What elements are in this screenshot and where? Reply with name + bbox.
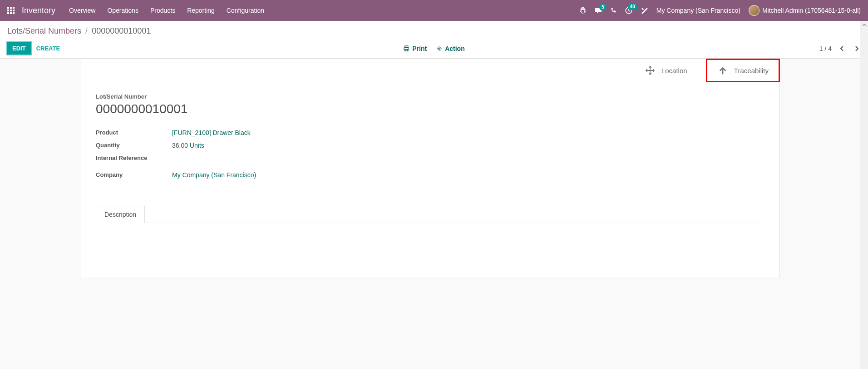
messages-badge: 5 [599,4,607,10]
internal-ref-label: Internal Reference [96,155,172,161]
tools-icon[interactable] [641,7,648,14]
breadcrumb-separator: / [85,26,88,35]
location-label: Location [661,67,687,75]
content-area: Location Traceability Lot/Serial Number … [0,59,868,278]
chevron-left-icon [840,45,844,52]
form-body: Lot/Serial Number 0000000010001 Product … [81,82,779,278]
quantity-label: Quantity [96,142,172,149]
chevron-right-icon [854,45,859,52]
main-menu: Overview Operations Products Reporting C… [69,7,579,14]
top-navbar: Inventory Overview Operations Products R… [0,0,868,21]
scroll-up-icon[interactable] [860,21,868,29]
edit-button[interactable]: EDIT [7,42,31,55]
lot-label: Lot/Serial Number [96,93,765,100]
activities-icon[interactable]: 40 [625,6,633,15]
pager-next[interactable] [853,44,861,54]
topbar-right: 5 40 My Company (San Francisco) Mitchell… [579,5,861,16]
notebook-tabs: Description [96,206,765,223]
product-value[interactable]: [FURN_2100] Drawer Black [172,129,251,136]
field-product: Product [FURN_2100] Drawer Black [96,129,765,136]
menu-configuration[interactable]: Configuration [227,7,264,14]
action-label: Action [445,45,465,52]
breadcrumb-parent[interactable]: Lots/Serial Numbers [7,26,81,35]
control-panel: Lots/Serial Numbers / 0000000010001 EDIT… [0,21,868,59]
menu-reporting[interactable]: Reporting [187,7,215,14]
tab-content [96,223,765,259]
menu-overview[interactable]: Overview [69,7,95,14]
lot-value: 0000000010001 [96,102,765,116]
phone-icon[interactable] [610,7,616,14]
svg-point-1 [438,48,440,50]
create-button[interactable]: CREATE [31,42,65,55]
app-brand[interactable]: Inventory [22,6,55,15]
pager-text[interactable]: 1 / 4 [819,45,832,52]
traceability-label: Traceability [734,67,769,75]
company-label: Company [96,171,172,179]
menu-operations[interactable]: Operations [107,7,138,14]
user-name: Mitchell Admin (17056481-15-0-all) [762,7,861,14]
tab-description[interactable]: Description [96,206,145,223]
company-name: My Company (San Francisco) [656,7,740,14]
stat-buttons: Location Traceability [81,59,779,82]
move-icon [645,65,655,75]
user-menu[interactable]: Mitchell Admin (17056481-15-0-all) [749,5,861,16]
company-switcher[interactable]: My Company (San Francisco) [656,7,740,14]
quantity-value: 36.00 Units [172,142,204,149]
activities-badge: 40 [628,4,637,10]
print-icon [403,45,409,52]
quantity-unit[interactable]: Units [190,142,204,149]
pager: 1 / 4 [819,44,861,54]
product-label: Product [96,129,172,136]
messages-icon[interactable]: 5 [595,7,602,14]
gear-icon [436,45,442,52]
field-internal-ref: Internal Reference [96,155,765,163]
avatar [749,5,760,16]
traceability-statbox[interactable]: Traceability [706,59,779,82]
company-value[interactable]: My Company (San Francisco) [172,171,256,179]
print-button[interactable]: Print [403,45,427,52]
breadcrumb-current: 0000000010001 [92,26,151,35]
apps-icon[interactable] [7,7,15,14]
location-statbox[interactable]: Location [634,59,706,82]
vertical-scrollbar[interactable] [860,21,868,278]
field-company: Company My Company (San Francisco) [96,171,765,179]
action-bar: EDIT CREATE Print Action 1 / 4 [7,42,861,58]
form-card: Location Traceability Lot/Serial Number … [81,59,780,278]
breadcrumb: Lots/Serial Numbers / 0000000010001 [7,26,861,36]
pager-prev[interactable] [838,44,846,54]
print-label: Print [412,45,427,52]
quantity-number: 36.00 [172,142,188,149]
action-button[interactable]: Action [436,45,465,52]
field-quantity: Quantity 36.00 Units [96,142,765,149]
menu-products[interactable]: Products [150,7,175,14]
bug-icon[interactable] [579,7,587,14]
arrow-up-icon [718,65,728,75]
